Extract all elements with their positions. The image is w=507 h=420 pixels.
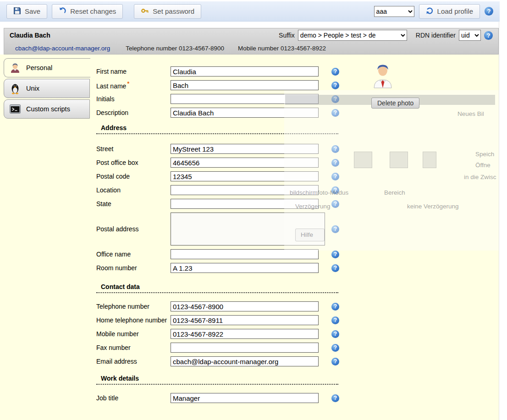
- ghost-thumbnail: [390, 152, 408, 168]
- location-input[interactable]: [171, 185, 319, 195]
- tab-custom-scripts-label: Custom scripts: [26, 105, 70, 113]
- help-icon[interactable]: ?: [484, 31, 493, 40]
- help-icon[interactable]: ?: [331, 303, 339, 311]
- help-icon[interactable]: ?: [331, 358, 339, 365]
- main-content: Personal Unix Custom scripts First name …: [0, 55, 499, 420]
- initials-input[interactable]: [171, 94, 319, 104]
- load-profile-button[interactable]: Load profile: [419, 4, 480, 19]
- ghost-text: Speich: [475, 151, 494, 158]
- main-toolbar: Save Reset changes Set password aaa Load…: [0, 1, 500, 22]
- header-info-row: cbach@ldap-account-manager.org Telephone…: [4, 42, 498, 54]
- description-label: Description: [96, 109, 171, 116]
- ghost-thumbnail: [423, 152, 436, 168]
- form-row: Postal code ?: [96, 171, 346, 181]
- contact-section-title: Contact data: [96, 283, 338, 293]
- form-row: Room number ?: [96, 263, 346, 273]
- room-number-input[interactable]: [171, 263, 319, 273]
- help-icon[interactable]: ?: [331, 330, 339, 338]
- help-icon[interactable]: ?: [331, 95, 339, 103]
- help-icon[interactable]: ?: [331, 225, 339, 233]
- toolbar-right: aaa Load profile ?: [374, 4, 493, 19]
- help-icon[interactable]: ?: [331, 68, 339, 76]
- post-office-box-input[interactable]: [171, 158, 319, 168]
- reset-changes-button[interactable]: Reset changes: [52, 4, 123, 19]
- initials-label: Initials: [96, 95, 171, 103]
- postal-code-input[interactable]: [171, 171, 319, 181]
- tab-unix-label: Unix: [26, 85, 39, 92]
- post-office-box-label: Post office box: [96, 159, 171, 166]
- address-section-title: Address: [96, 124, 338, 134]
- set-password-button[interactable]: Set password: [134, 4, 201, 19]
- state-label: State: [96, 200, 171, 207]
- first-name-input[interactable]: [171, 66, 319, 76]
- reset-changes-label: Reset changes: [70, 7, 116, 15]
- help-icon[interactable]: ?: [331, 264, 339, 272]
- avatar-photo-icon: [372, 61, 393, 89]
- last-name-input[interactable]: [171, 80, 319, 90]
- account-email-link[interactable]: cbach@ldap-account-manager.org: [15, 45, 110, 52]
- telephone-label: Telephone number: [96, 303, 171, 310]
- home-telephone-input[interactable]: [171, 315, 319, 325]
- help-icon[interactable]: ?: [331, 159, 339, 167]
- form-row: Mobile number ?: [96, 329, 346, 339]
- rdn-select[interactable]: uid: [459, 30, 481, 41]
- tab-custom-scripts[interactable]: Custom scripts: [4, 99, 90, 119]
- form-row: First name ?: [96, 66, 346, 76]
- street-input[interactable]: [171, 144, 319, 154]
- help-icon[interactable]: ?: [331, 145, 339, 153]
- mobile-number-input[interactable]: [171, 329, 319, 339]
- ghost-text: Neues Bil: [457, 110, 484, 117]
- save-label: Save: [25, 7, 40, 15]
- tab-personal[interactable]: Personal: [4, 58, 90, 77]
- save-button[interactable]: Save: [6, 4, 47, 19]
- help-icon[interactable]: ?: [331, 394, 339, 402]
- save-icon: [13, 7, 21, 16]
- form-row: Home telephone number ?: [96, 315, 346, 325]
- job-title-label: Job title: [96, 394, 171, 402]
- ghost-text: Öffne: [475, 162, 490, 169]
- module-tabs: Personal Unix Custom scripts: [4, 58, 90, 120]
- delete-photo-button[interactable]: Delete photo: [371, 98, 419, 109]
- header-mobile: Mobile number 0123-4567-8922: [238, 45, 326, 52]
- first-name-label: First name: [96, 68, 171, 75]
- tux-icon: [9, 82, 22, 95]
- tab-unix[interactable]: Unix: [4, 79, 90, 98]
- header-controls: Suffix demo > People > test > de RDN ide…: [279, 30, 493, 41]
- state-input[interactable]: [171, 199, 319, 209]
- rdn-label: RDN identifier: [416, 32, 456, 39]
- person-icon: [9, 61, 22, 74]
- profile-select[interactable]: aaa: [374, 6, 414, 17]
- office-name-input[interactable]: [171, 249, 319, 259]
- suffix-label: Suffix: [279, 32, 295, 39]
- home-telephone-label: Home telephone number: [96, 316, 171, 324]
- ghost-text: Bereich: [384, 189, 405, 196]
- help-icon[interactable]: ?: [485, 7, 493, 16]
- room-number-label: Room number: [96, 264, 171, 272]
- key-icon: [141, 6, 149, 16]
- form-row: Location ?: [96, 185, 346, 195]
- job-title-input[interactable]: [171, 393, 319, 403]
- help-icon[interactable]: ?: [331, 200, 339, 208]
- suffix-select[interactable]: demo > People > test > de: [298, 30, 407, 41]
- form-row: Fax number ?: [96, 343, 346, 353]
- description-input[interactable]: [171, 108, 319, 118]
- undo-icon: [59, 7, 66, 16]
- postal-address-textarea[interactable]: [171, 213, 325, 245]
- help-icon[interactable]: ?: [331, 173, 339, 180]
- telephone-input[interactable]: [171, 301, 319, 311]
- tab-personal-label: Personal: [26, 64, 52, 71]
- help-icon[interactable]: ?: [331, 82, 339, 89]
- header-title-row: Claudia Bach Suffix demo > People > test…: [4, 28, 498, 42]
- email-address-input[interactable]: [171, 356, 319, 366]
- help-icon[interactable]: ?: [331, 109, 339, 117]
- fax-number-input[interactable]: [171, 343, 319, 353]
- help-icon[interactable]: ?: [331, 251, 339, 258]
- form-row: Initials ?: [96, 94, 346, 104]
- help-icon[interactable]: ?: [331, 186, 339, 194]
- page-title: Claudia Bach: [10, 32, 50, 39]
- form-row: Last name* ?: [96, 80, 346, 90]
- scrollbar-track[interactable]: [499, 22, 507, 420]
- form-row: Post office box ?: [96, 158, 346, 168]
- help-icon[interactable]: ?: [331, 344, 339, 352]
- help-icon[interactable]: ?: [331, 316, 339, 324]
